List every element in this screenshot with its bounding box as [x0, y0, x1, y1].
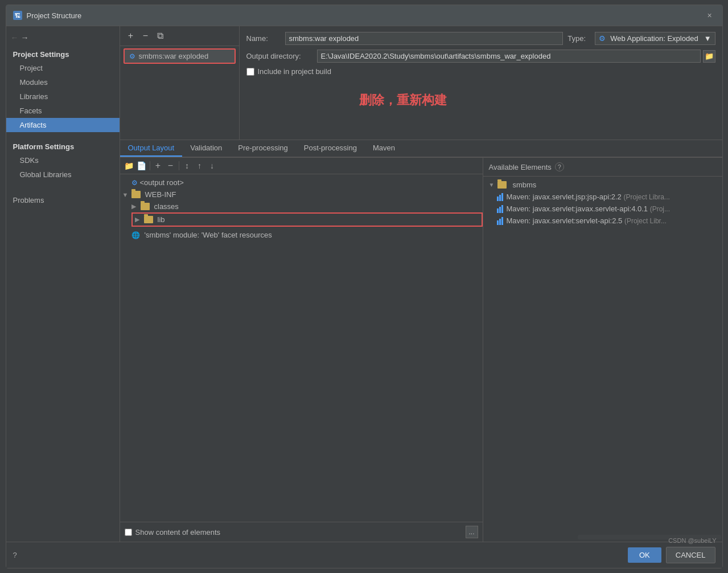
project-structure-dialog: 🏗 Project Structure × ← → Project Settin… — [6, 5, 723, 568]
cancel-button[interactable]: CANCEL — [666, 547, 715, 563]
maven-jsp-suffix: (Project Libra... — [623, 193, 669, 201]
ok-button[interactable]: OK — [628, 547, 661, 563]
tree-panel: 📁 📄 + − ↕ ↑ ↓ ⚙ — [120, 158, 483, 542]
maven-servlet25-suffix: (Project Libr... — [624, 217, 667, 225]
lib-label: lib — [158, 215, 165, 224]
tree-tool-remove[interactable]: − — [165, 160, 176, 171]
sidebar-item-modules[interactable]: Modules — [6, 75, 120, 89]
platform-settings-section: Platform Settings SDKs Global Libraries — [6, 139, 120, 182]
web-inf-label: WEB-INF — [145, 190, 176, 199]
bar1 — [497, 197, 499, 201]
maven-servlet25-label: Maven: javax.servlet:servlet-api:2.5 (Pr… — [507, 216, 667, 225]
add-artifact-btn[interactable]: + — [125, 30, 137, 42]
tree-tool-add[interactable]: + — [153, 160, 164, 171]
sidebar-item-problems[interactable]: Problems — [6, 193, 120, 207]
tree-tool-file[interactable]: 📄 — [136, 160, 147, 171]
web-icon-smbms: 🌐 — [131, 231, 140, 239]
tab-validation[interactable]: Validation — [182, 140, 230, 157]
expand-arrow-classes: ▶ — [131, 203, 138, 210]
artifact-area: + − ⧉ ⚙ smbms:war exploded 删除，重新构建 Na — [120, 26, 722, 140]
artifact-list-item[interactable]: ⚙ smbms:war exploded — [124, 48, 236, 64]
tab-pre-processing[interactable]: Pre-processing — [230, 140, 295, 157]
back-arrow[interactable]: ← — [11, 33, 19, 42]
nav-arrows: ← → — [6, 31, 120, 44]
name-row: Name: Type: ⚙ Web Application: Exploded … — [246, 32, 715, 45]
tree-tool-down[interactable]: ↓ — [207, 160, 218, 171]
maven-bars-servlet — [497, 205, 503, 213]
smbms-expand: ▼ — [489, 182, 495, 188]
tree-item-smbms-module[interactable]: 🌐 'smbms' module: 'Web' facet resources — [120, 229, 483, 241]
smbms-elem-label: smbms — [512, 181, 536, 189]
output-dir-label: Output directory: — [246, 52, 315, 60]
bar3 — [501, 217, 503, 225]
tree-content: ⚙ <output root> ▼ WEB-INF ▶ — [120, 174, 483, 522]
footer-help[interactable]: ? — [13, 551, 17, 559]
main-content: ← → Project Settings Project Modules Lib… — [6, 26, 722, 542]
sidebar-item-global-libraries[interactable]: Global Libraries — [6, 167, 120, 182]
tab-output-layout[interactable]: Output Layout — [120, 140, 183, 157]
title-bar: 🏗 Project Structure × — [6, 5, 722, 26]
dots-button[interactable]: ... — [466, 526, 478, 538]
bar2 — [499, 207, 501, 213]
bar3 — [501, 193, 503, 201]
maven-servlet-suffix: (Proj... — [650, 205, 670, 213]
tab-maven[interactable]: Maven — [365, 140, 403, 157]
help-icon[interactable]: ? — [555, 162, 564, 171]
maven-jsp-label: Maven: javax.servlet.jsp:jsp-api:2.2 (Pr… — [507, 193, 670, 201]
tree-toolbar: 📁 📄 + − ↕ ↑ ↓ — [120, 158, 483, 174]
copy-artifact-btn[interactable]: ⧉ — [154, 30, 167, 42]
bar2 — [499, 195, 501, 201]
artifact-type-icon: ⚙ — [129, 52, 135, 60]
tab-post-processing[interactable]: Post-processing — [296, 140, 365, 157]
tree-item-output-root[interactable]: ⚙ <output root> — [120, 177, 483, 189]
show-content-checkbox[interactable] — [125, 529, 132, 536]
folder-icon-lib — [144, 216, 153, 223]
tree-tool-up[interactable]: ↑ — [194, 160, 205, 171]
folder-icon-web-inf — [131, 191, 141, 198]
type-selector[interactable]: ⚙ Web Application: Exploded ▼ — [595, 32, 715, 45]
artifact-detail: 删除，重新构建 Name: Type: ⚙ Web Application: E… — [240, 26, 722, 140]
dialog-icon: 🏗 — [13, 11, 22, 20]
bar3 — [501, 205, 503, 213]
tree-tool-sort[interactable]: ↕ — [182, 160, 193, 171]
remove-artifact-btn[interactable]: − — [139, 30, 152, 42]
maven-servlet-label: Maven: javax.servlet:javax.servlet-api:4… — [507, 204, 671, 213]
tree-item-lib[interactable]: ▶ lib — [131, 212, 483, 227]
elements-header: Available Elements ? — [483, 158, 722, 177]
sidebar-item-project[interactable]: Project — [6, 61, 120, 75]
artifact-item-label: smbms:war exploded — [139, 52, 209, 60]
toolbar-sep-2 — [179, 161, 179, 170]
elements-content: ▼ smbms Maven: javax — [483, 177, 722, 535]
type-value: Web Application: Exploded — [610, 34, 698, 43]
sidebar-item-libraries[interactable]: Libraries — [6, 89, 120, 104]
tree-item-web-inf[interactable]: ▼ WEB-INF — [120, 189, 483, 200]
output-root-label: <output root> — [140, 178, 184, 187]
bar1 — [497, 208, 499, 213]
artifact-list-panel: + − ⧉ ⚙ smbms:war exploded — [120, 26, 240, 140]
tree-item-classes[interactable]: ▶ classes — [120, 200, 483, 212]
right-panel: + − ⧉ ⚙ smbms:war exploded 删除，重新构建 Na — [120, 26, 722, 542]
sidebar-item-sdks[interactable]: SDKs — [6, 153, 120, 167]
bottom-bar: Show content of elements ... — [120, 522, 483, 542]
elem-item-smbms[interactable]: ▼ smbms — [483, 179, 722, 191]
maven-bars-servlet25 — [497, 217, 503, 225]
bar2 — [499, 219, 501, 225]
output-dir-input[interactable] — [317, 50, 701, 63]
maven-bars-jsp — [497, 193, 503, 201]
sidebar-item-artifacts[interactable]: Artifacts — [6, 118, 120, 132]
type-icon: ⚙ — [599, 34, 606, 43]
browse-dir-btn[interactable]: 📁 — [703, 50, 715, 63]
elem-item-maven-jsp[interactable]: Maven: javax.servlet.jsp:jsp-api:2.2 (Pr… — [483, 191, 722, 203]
tree-tool-folder[interactable]: 📁 — [124, 160, 135, 171]
close-button[interactable]: × — [704, 10, 715, 21]
include-build-checkbox[interactable] — [246, 68, 254, 76]
watermark: CSDN @subeiLY — [668, 537, 716, 544]
forward-arrow[interactable]: → — [21, 33, 29, 42]
sidebar-item-facets[interactable]: Facets — [6, 104, 120, 118]
elem-item-maven-servlet[interactable]: Maven: javax.servlet:javax.servlet-api:4… — [483, 203, 722, 215]
output-root-icon: ⚙ — [131, 179, 138, 187]
expand-arrow-lib: ▶ — [135, 216, 142, 223]
include-build-row: Include in project build — [246, 67, 715, 76]
elem-item-maven-servlet-25[interactable]: Maven: javax.servlet:servlet-api:2.5 (Pr… — [483, 215, 722, 227]
name-input[interactable] — [285, 32, 564, 45]
